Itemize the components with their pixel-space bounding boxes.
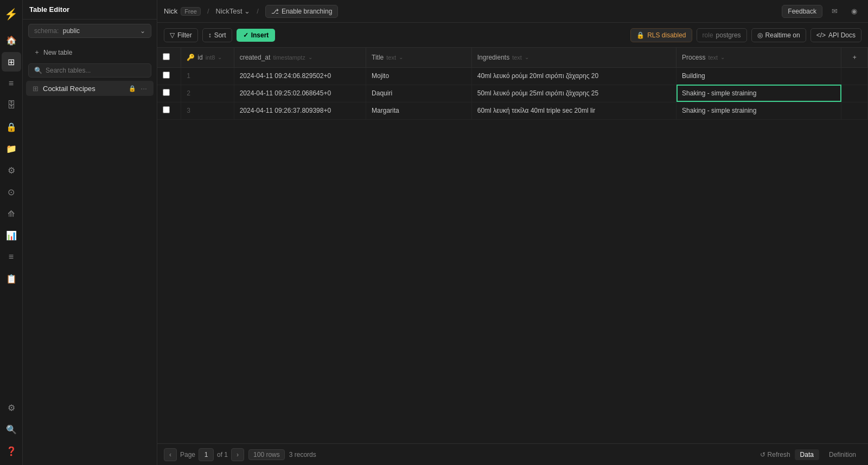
- row-created-at[interactable]: 2024-04-11 09:24:06.829502+0: [234, 67, 366, 85]
- row-checkbox[interactable]: [163, 106, 170, 113]
- help-icon[interactable]: ❓: [2, 441, 21, 461]
- filter-button[interactable]: ▽ Filter: [164, 28, 198, 42]
- col-id-label: id: [197, 54, 202, 61]
- col-checkbox[interactable]: [157, 48, 181, 67]
- schema-selector[interactable]: schema: public ⌄: [28, 24, 151, 38]
- row-id[interactable]: 1: [181, 67, 234, 85]
- user-chip: Nick Free: [164, 7, 201, 16]
- reports-icon[interactable]: 📊: [2, 225, 21, 245]
- col-id-type: int8: [206, 54, 215, 61]
- row-checkbox-cell[interactable]: [157, 102, 181, 119]
- row-process[interactable]: Building: [676, 67, 841, 85]
- refresh-label: Refresh: [768, 451, 790, 458]
- row-title[interactable]: Margarita: [366, 102, 472, 119]
- row-process[interactable]: Shaking - simple straining: [676, 85, 841, 102]
- search-icon[interactable]: 🔍: [2, 419, 21, 439]
- table-item-more-icon[interactable]: ···: [141, 84, 147, 93]
- col-created-sort-icon: ⌄: [308, 54, 312, 60]
- settings-icon[interactable]: ⚙: [2, 398, 21, 417]
- next-page-button[interactable]: ›: [231, 448, 244, 461]
- table-item-name: Cocktail Recipes: [43, 85, 124, 93]
- table-editor-icon[interactable]: ⊞: [2, 52, 21, 72]
- search-tables-icon: 🔍: [34, 67, 42, 74]
- project-label: NickTest: [216, 7, 242, 15]
- table-row[interactable]: 32024-04-11 09:26:37.809398+0Margarita60…: [157, 102, 868, 119]
- enable-branching-button[interactable]: ⎇ Enable branching: [265, 5, 338, 18]
- prev-page-button[interactable]: ‹: [164, 448, 177, 461]
- new-table-button[interactable]: ＋ New table: [28, 44, 151, 60]
- realtime-button[interactable]: ◎ Realtime on: [751, 28, 806, 42]
- col-title[interactable]: Title text ⌄: [366, 48, 472, 67]
- sidebar-item-cocktail-recipes[interactable]: ⊞ Cocktail Recipes 🔒 ···: [26, 81, 154, 96]
- row-ingredients[interactable]: 50ml λευκό ρούμι 25ml σιρόπι ζάχαρης 25: [471, 85, 676, 102]
- row-ingredients[interactable]: 60ml λευκή τεκίλα 40ml triple sec 20ml l…: [471, 102, 676, 119]
- col-add[interactable]: +: [841, 48, 868, 67]
- table-icon: ⊞: [33, 85, 39, 93]
- insert-label: Insert: [251, 31, 269, 39]
- auth-icon[interactable]: 🔒: [2, 117, 21, 137]
- col-ingredients-type: text: [512, 54, 522, 61]
- search-tables-input[interactable]: [46, 67, 145, 74]
- table-body: 12024-04-11 09:24:06.829502+0Mojito40ml …: [157, 67, 868, 119]
- user-avatar-icon[interactable]: ◉: [846, 4, 861, 19]
- col-created-at[interactable]: created_at timestamptz ⌄: [234, 48, 366, 67]
- row-process[interactable]: Shaking - simple straining: [676, 102, 841, 119]
- sidebar-icon-rail: ⚡ 🏠 ⊞ ≡ 🗄 🔒 📁 ⚙ ⊙ ⟰ 📊 ≡ 📋 ⚙ 🔍 ❓: [0, 0, 23, 465]
- schema-chevron-icon: ⌄: [140, 27, 145, 35]
- mail-icon[interactable]: ✉: [827, 4, 842, 19]
- functions-icon[interactable]: ⚙: [2, 160, 21, 180]
- table-container[interactable]: 🔑 id int8 ⌄ created_at timestamptz ⌄: [157, 48, 868, 443]
- row-checkbox[interactable]: [163, 72, 170, 79]
- row-id[interactable]: 2: [181, 85, 234, 102]
- feedback-button[interactable]: Feedback: [782, 5, 822, 18]
- row-created-at[interactable]: 2024-04-11 09:26:37.809398+0: [234, 102, 366, 119]
- insert-button[interactable]: ✓ Insert: [237, 29, 276, 42]
- sql-icon[interactable]: ≡: [2, 74, 21, 93]
- table-header-row: 🔑 id int8 ⌄ created_at timestamptz ⌄: [157, 48, 868, 67]
- table-row[interactable]: 12024-04-11 09:24:06.829502+0Mojito40ml …: [157, 67, 868, 85]
- col-ingredients-sort-icon: ⌄: [525, 54, 529, 60]
- col-ingredients[interactable]: Ingredients text ⌄: [471, 48, 676, 67]
- row-checkbox[interactable]: [163, 89, 170, 96]
- refresh-button[interactable]: ↺ Refresh: [760, 451, 790, 458]
- definition-tab[interactable]: Definition: [824, 449, 861, 460]
- select-all-checkbox[interactable]: [163, 53, 170, 60]
- refresh-icon: ↺: [760, 451, 765, 458]
- row-checkbox-cell[interactable]: [157, 67, 181, 85]
- main-content: Nick Free / NickTest ⌄ / ⎇ Enable branch…: [157, 0, 868, 465]
- sort-button[interactable]: ↕ Sort: [202, 28, 232, 42]
- logs-icon[interactable]: ≡: [2, 247, 21, 267]
- table-row[interactable]: 22024-04-11 09:25:02.068645+0Daquiri50ml…: [157, 85, 868, 102]
- api-label: API Docs: [828, 31, 856, 39]
- col-id-sort-icon: ⌄: [218, 54, 222, 60]
- left-panel-title: Table Editor: [23, 0, 157, 20]
- row-created-at[interactable]: 2024-04-11 09:25:02.068645+0: [234, 85, 366, 102]
- search-tables-container[interactable]: 🔍: [28, 63, 151, 78]
- home-icon[interactable]: 🏠: [2, 30, 21, 50]
- app-logo-icon[interactable]: ⚡: [2, 4, 21, 24]
- row-title[interactable]: Mojito: [366, 67, 472, 85]
- col-process[interactable]: Process text ⌄: [676, 48, 841, 67]
- page-input[interactable]: [199, 448, 214, 461]
- row-id[interactable]: 3: [181, 102, 234, 119]
- role-button[interactable]: role postgres: [697, 28, 747, 42]
- database-icon[interactable]: 🗄: [2, 95, 21, 115]
- project-name[interactable]: NickTest ⌄: [216, 7, 251, 15]
- storage-icon[interactable]: 📁: [2, 139, 21, 158]
- advisors-icon[interactable]: 📋: [2, 269, 21, 288]
- add-column-icon[interactable]: +: [853, 54, 857, 61]
- rows-badge[interactable]: 100 rows: [248, 449, 285, 460]
- footer: ‹ Page of 1 › 100 rows 3 records ↺ Refre…: [157, 443, 868, 465]
- row-title[interactable]: Daquiri: [366, 85, 472, 102]
- rls-button[interactable]: 🔒 RLS disabled: [630, 28, 692, 42]
- realtime-icon[interactable]: ⊙: [2, 182, 21, 202]
- project-chevron-icon: ⌄: [244, 7, 250, 15]
- data-tab[interactable]: Data: [795, 449, 819, 460]
- api-docs-button[interactable]: </> API Docs: [810, 28, 861, 42]
- row-checkbox-cell[interactable]: [157, 85, 181, 102]
- row-ingredients[interactable]: 40ml λευκό ρούμι 20ml σιρόπι ζάχαρης 20: [471, 67, 676, 85]
- integrations-icon[interactable]: ⟰: [2, 204, 21, 223]
- page-label: Page: [180, 451, 195, 458]
- col-id[interactable]: 🔑 id int8 ⌄: [181, 48, 234, 67]
- username: Nick: [164, 7, 177, 15]
